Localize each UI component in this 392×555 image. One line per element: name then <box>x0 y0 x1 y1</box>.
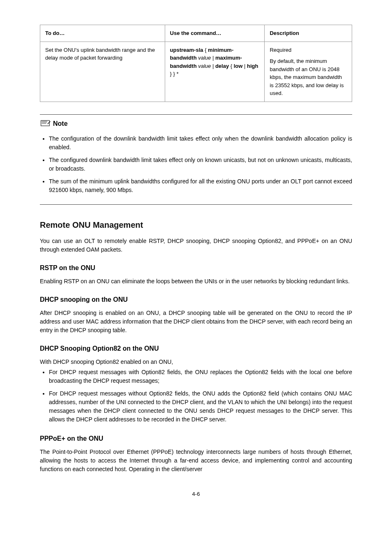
note-item: The sum of the minimum uplink bandwidths… <box>49 177 352 194</box>
table-h3: Description <box>265 25 352 42</box>
dhcp-title: DHCP snooping on the ONU <box>40 295 352 305</box>
divider <box>40 204 352 205</box>
rstp-body: Enabling RSTP on an ONU can eliminate th… <box>40 277 352 286</box>
note-label: Note <box>53 119 68 129</box>
opt-item: For DHCP request messages with Option82 … <box>49 368 352 385</box>
opt-title: DHCP Snooping Option82 on the ONU <box>40 344 352 354</box>
section-title: Remote ONU Management <box>40 219 352 231</box>
pppoe-title: PPPoE+ on the ONU <box>40 434 352 444</box>
rstp-title: RSTP on the ONU <box>40 263 352 273</box>
table-h2: Use the command… <box>165 25 265 42</box>
table-r2c1: Set the ONU's uplink bandwidth range and… <box>40 42 165 102</box>
note-header: Note <box>40 119 352 129</box>
config-table: To do… Use the command… Description Set … <box>40 25 352 102</box>
pppoe-body: The Point-to-Point Protocol over Etherne… <box>40 448 352 474</box>
option82-list: For DHCP request messages with Option82 … <box>40 368 352 424</box>
note-list: The configuration of the downlink bandwi… <box>40 134 352 194</box>
table-h1: To do… <box>40 25 165 42</box>
page-number: 4-6 <box>40 490 352 498</box>
note-item: The configuration of the downlink bandwi… <box>49 134 352 152</box>
required-label: Required <box>270 46 347 54</box>
table-r2c2: upstream-sla { minimum-bandwidth value |… <box>165 42 265 102</box>
intro-para: You can use an OLT to remotely enable RS… <box>40 237 352 254</box>
dhcp-body: After DHCP snooping is enabled on an ONU… <box>40 309 352 335</box>
divider <box>40 114 352 115</box>
default-desc: By default, the minimum bandwidth of an … <box>270 57 347 97</box>
note-item: The configured downlink bandwidth limit … <box>49 156 352 173</box>
table-r2c3: Required By default, the minimum bandwid… <box>265 42 352 102</box>
opt-intro: With DHCP snooping Option82 enabled on a… <box>40 358 352 366</box>
opt-item: For DHCP request messages without Option… <box>49 389 352 424</box>
note-icon <box>40 119 51 128</box>
